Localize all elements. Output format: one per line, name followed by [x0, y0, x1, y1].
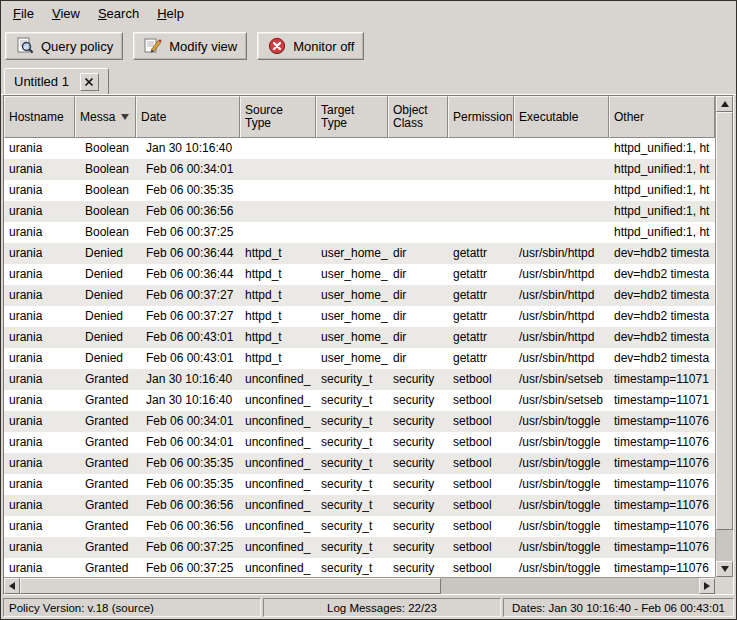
table-row[interactable]: uraniaBooleanFeb 06 00:36:56httpd_unifie…	[4, 201, 715, 222]
horizontal-scroll-thumb[interactable]	[20, 578, 441, 594]
column-header-other[interactable]: Other	[609, 96, 715, 138]
scroll-left-button[interactable]	[4, 578, 20, 594]
modify-view-button[interactable]: Modify view	[133, 32, 247, 60]
cell-hostname: urania	[4, 306, 75, 327]
cell-target-type: user_home_	[316, 327, 388, 348]
table-row[interactable]: uraniaGrantedFeb 06 00:37:25unconfined_s…	[4, 537, 715, 558]
cell-date: Feb 06 00:34:01	[136, 432, 240, 453]
cell-source-type: unconfined_	[240, 411, 316, 432]
cell-message: Granted	[75, 495, 136, 516]
tab-untitled-1[interactable]: Untitled 1	[4, 68, 109, 94]
cell-target-type: security_t	[316, 369, 388, 390]
cell-date: Feb 06 00:43:01	[136, 327, 240, 348]
vertical-scroll-track[interactable]	[716, 112, 733, 561]
horizontal-scroll-track[interactable]	[20, 578, 699, 594]
cell-hostname: urania	[4, 369, 75, 390]
vertical-scrollbar[interactable]	[715, 96, 733, 577]
cell-date: Jan 30 10:16:40	[136, 369, 240, 390]
cell-object-class: dir	[388, 327, 448, 348]
cell-hostname: urania	[4, 432, 75, 453]
cell-hostname: urania	[4, 264, 75, 285]
scroll-down-button[interactable]	[716, 561, 733, 577]
table-row[interactable]: uraniaGrantedFeb 06 00:37:25unconfined_s…	[4, 558, 715, 577]
cell-message: Boolean	[75, 180, 136, 201]
tab-close-button[interactable]	[80, 73, 99, 91]
cell-executable: /usr/sbin/toggle	[514, 453, 609, 474]
table-row[interactable]: uraniaBooleanFeb 06 00:34:01httpd_unifie…	[4, 159, 715, 180]
column-label-executable: Executable	[519, 111, 578, 124]
table-row[interactable]: uraniaDeniedFeb 06 00:37:27httpd_tuser_h…	[4, 285, 715, 306]
cell-message: Granted	[75, 411, 136, 432]
cell-date: Feb 06 00:37:25	[136, 222, 240, 243]
table-row[interactable]: uraniaBooleanJan 30 10:16:40httpd_unifie…	[4, 138, 715, 159]
column-header-permission[interactable]: Permission	[448, 96, 514, 138]
cell-executable	[514, 222, 609, 243]
table-row[interactable]: uraniaGrantedFeb 06 00:35:35unconfined_s…	[4, 474, 715, 495]
monitor-off-button[interactable]: Monitor off	[257, 32, 364, 60]
scroll-up-button[interactable]	[716, 96, 733, 112]
menu-item-search[interactable]: Search	[89, 1, 148, 27]
menu-item-help[interactable]: Help	[148, 1, 193, 27]
table-row[interactable]: uraniaGrantedJan 30 10:16:40unconfined_s…	[4, 369, 715, 390]
table-row[interactable]: uraniaGrantedJan 30 10:16:40unconfined_s…	[4, 390, 715, 411]
vertical-scroll-thumb[interactable]	[716, 112, 733, 530]
menu-item-file[interactable]: File	[4, 1, 43, 27]
close-icon	[84, 77, 94, 87]
menu-item-view[interactable]: View	[43, 1, 89, 27]
column-header-message[interactable]: Messa	[75, 96, 136, 138]
column-header-source-type[interactable]: Source Type	[240, 96, 316, 138]
cell-other: timestamp=11076	[609, 537, 715, 558]
horizontal-scrollbar[interactable]	[4, 577, 715, 594]
cell-executable: /usr/sbin/toggle	[514, 516, 609, 537]
table-row[interactable]: uraniaGrantedFeb 06 00:34:01unconfined_s…	[4, 411, 715, 432]
monitor-off-icon	[267, 36, 287, 56]
table-row[interactable]: uraniaGrantedFeb 06 00:35:35unconfined_s…	[4, 453, 715, 474]
arrow-down-icon	[721, 566, 729, 572]
table-row[interactable]: uraniaDeniedFeb 06 00:43:01httpd_tuser_h…	[4, 348, 715, 369]
column-label-date: Date	[141, 111, 166, 124]
cell-message: Granted	[75, 516, 136, 537]
table-row[interactable]: uraniaDeniedFeb 06 00:37:27httpd_tuser_h…	[4, 306, 715, 327]
cell-source-type	[240, 222, 316, 243]
table-row[interactable]: uraniaDeniedFeb 06 00:36:44httpd_tuser_h…	[4, 243, 715, 264]
column-header-hostname[interactable]: Hostname	[4, 96, 75, 138]
table-row[interactable]: uraniaDeniedFeb 06 00:36:44httpd_tuser_h…	[4, 264, 715, 285]
table-row[interactable]: uraniaBooleanFeb 06 00:37:25httpd_unifie…	[4, 222, 715, 243]
column-header-target-type[interactable]: Target Type	[316, 96, 388, 138]
cell-source-type	[240, 201, 316, 222]
column-header-executable[interactable]: Executable	[514, 96, 609, 138]
table-row[interactable]: uraniaGrantedFeb 06 00:36:56unconfined_s…	[4, 516, 715, 537]
cell-permission	[448, 159, 514, 180]
column-label-permission: Permission	[453, 111, 512, 124]
table-row[interactable]: uraniaDeniedFeb 06 00:43:01httpd_tuser_h…	[4, 327, 715, 348]
cell-source-type: unconfined_	[240, 558, 316, 577]
scroll-right-button[interactable]	[699, 578, 715, 594]
cell-other: dev=hdb2 timesta	[609, 243, 715, 264]
cell-permission: getattr	[448, 243, 514, 264]
cell-object-class: dir	[388, 243, 448, 264]
cell-hostname: urania	[4, 138, 75, 159]
column-header-object-class[interactable]: Object Class	[388, 96, 448, 138]
cell-message: Denied	[75, 327, 136, 348]
cell-other: timestamp=11076	[609, 516, 715, 537]
tab-label: Untitled 1	[14, 74, 69, 89]
table-row[interactable]: uraniaGrantedFeb 06 00:34:01unconfined_s…	[4, 432, 715, 453]
query-policy-button[interactable]: Query policy	[5, 32, 123, 60]
modify-view-label: Modify view	[169, 39, 237, 54]
cell-date: Feb 06 00:36:56	[136, 201, 240, 222]
column-header-date[interactable]: Date	[136, 96, 240, 138]
cell-object-class	[388, 222, 448, 243]
cell-object-class	[388, 201, 448, 222]
query-policy-icon	[15, 36, 35, 56]
cell-source-type: unconfined_	[240, 453, 316, 474]
cell-target-type: user_home_	[316, 348, 388, 369]
cell-other: timestamp=11076	[609, 411, 715, 432]
table-header: HostnameMessaDateSource TypeTarget TypeO…	[4, 96, 715, 138]
monitor-off-label: Monitor off	[293, 39, 354, 54]
table-row[interactable]: uraniaGrantedFeb 06 00:36:56unconfined_s…	[4, 495, 715, 516]
cell-target-type: security_t	[316, 474, 388, 495]
toolbar: Query policy Modify view	[1, 27, 736, 65]
cell-source-type: unconfined_	[240, 390, 316, 411]
table-row[interactable]: uraniaBooleanFeb 06 00:35:35httpd_unifie…	[4, 180, 715, 201]
cell-permission: setbool	[448, 558, 514, 577]
